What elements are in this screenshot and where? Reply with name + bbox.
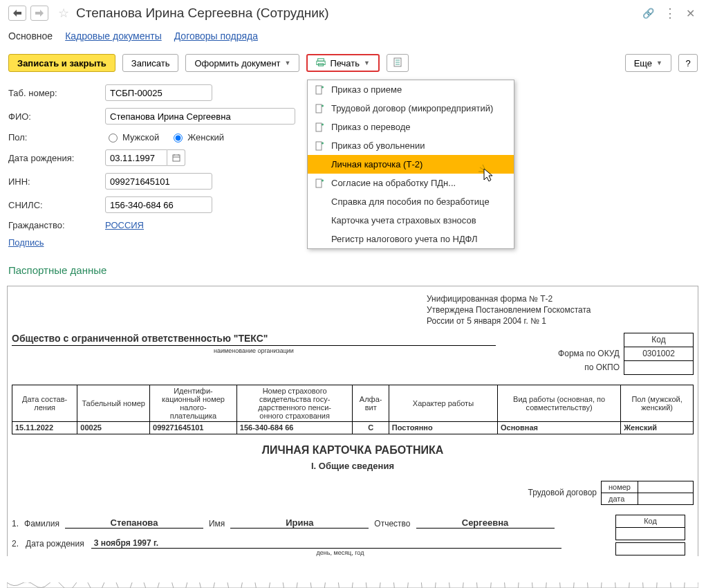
menu-item-label: Приказ о переводе: [331, 122, 411, 132]
nav-forward-button[interactable]: [30, 6, 48, 21]
info-table-header: Идентифи-кационный номер налого-плательщ…: [150, 385, 237, 421]
fio-input[interactable]: [105, 108, 295, 125]
org-name: Общество с ограниченной ответственностью…: [12, 333, 550, 344]
okud-value: 0301002: [624, 347, 694, 360]
svg-rect-17: [316, 123, 322, 131]
gender-male-radio[interactable]: Мужской: [105, 131, 159, 143]
info-table-header: Вид работы (основная, по совместительств…: [498, 385, 621, 421]
print-menu-item[interactable]: Справка для пособия по безработице: [308, 192, 514, 211]
dob-input[interactable]: [105, 149, 167, 166]
menu-item-label: Личная карточка (Т-2): [331, 159, 422, 169]
info-table-cell: 00025: [77, 421, 150, 434]
okud-label: Форма по ОКУД: [555, 347, 624, 360]
info-table-cell: 156-340-684 66: [236, 421, 353, 434]
tab-contracts[interactable]: Договоры подряда: [174, 30, 258, 42]
dob-label: Дата рождения:: [8, 153, 105, 163]
info-table-cell: Постоянно: [389, 421, 497, 434]
passport-section-header: Паспортные данные: [8, 264, 698, 276]
print-menu-item[interactable]: Карточка учета страховых взносов: [308, 211, 514, 230]
info-table-cell: Основная: [498, 421, 621, 434]
svg-rect-11: [316, 86, 322, 94]
close-icon[interactable]: ✕: [686, 7, 695, 20]
print-menu-item[interactable]: Трудовой договор (микропредприятий): [308, 99, 514, 118]
row-num: 2.: [12, 539, 19, 549]
form-header-line: России от 5 января 2004 г. № 1: [427, 315, 694, 327]
citizenship-link[interactable]: РОССИЯ: [105, 220, 144, 230]
form-header-line: Унифицированная форма № Т-2: [427, 293, 694, 304]
report-button[interactable]: [387, 54, 409, 72]
snils-input[interactable]: [105, 196, 212, 213]
svg-rect-7: [173, 155, 180, 161]
card-title: ЛИЧНАЯ КАРТОЧКА РАБОТНИКА: [12, 444, 694, 457]
print-menu-item[interactable]: Приказ о переводе: [308, 118, 514, 136]
document-plus-icon: [315, 104, 324, 113]
name-value: Ирина: [230, 517, 369, 529]
document-plus-icon: [315, 122, 324, 132]
menu-item-label: Трудовой договор (микропредприятий): [331, 103, 493, 113]
info-table-header: Дата состав-ления: [12, 385, 77, 421]
contract-num-label: номер: [602, 481, 638, 493]
info-table-cell: С: [353, 421, 389, 434]
nav-back-button[interactable]: [8, 6, 26, 21]
svg-rect-20: [316, 142, 322, 150]
kod-cell: [616, 542, 685, 555]
info-table-header: Табельный номер: [77, 385, 150, 421]
inn-input[interactable]: [105, 173, 212, 190]
info-table-header: Алфа-вит: [353, 385, 389, 421]
dob-doc-value: 3 ноября 1997 г.: [91, 538, 561, 549]
menu-item-label: Справка для пособия по безработице: [331, 196, 490, 207]
patr-value: Сергеевна: [416, 517, 555, 529]
menu-item-label: Карточка учета страховых взносов: [331, 215, 476, 226]
print-menu-item[interactable]: Приказ об увольнении: [308, 136, 514, 155]
patr-label: Отчество: [374, 519, 410, 529]
kebab-menu-icon[interactable]: ⋮: [664, 6, 676, 21]
svg-rect-0: [318, 58, 324, 61]
info-table-cell: Женский: [621, 421, 694, 434]
print-button[interactable]: Печать ▼: [306, 54, 380, 72]
print-menu-item[interactable]: Регистр налогового учета по НДФЛ: [308, 230, 514, 248]
chevron-down-icon: ▼: [364, 59, 370, 66]
favorite-star-icon[interactable]: ☆: [58, 6, 69, 21]
help-button[interactable]: ?: [678, 54, 698, 72]
inn-label: ИНН:: [8, 176, 105, 187]
menu-item-label: Приказ о приеме: [331, 84, 402, 95]
card-subtitle: I. Общие сведения: [12, 461, 694, 471]
fam-value: Степанова: [65, 517, 203, 529]
kod-header: Код: [616, 515, 685, 527]
create-document-button[interactable]: Оформить документ ▼: [185, 54, 299, 72]
org-sublabel: наименование организации: [12, 347, 496, 354]
menu-item-label: Регистр налогового учета по НДФЛ: [331, 234, 477, 244]
document-plus-icon: [315, 178, 324, 188]
contract-date-value: [638, 493, 694, 504]
form-header-line: Утверждена Постановлением Госкомстата: [427, 304, 694, 315]
snils-label: СНИЛС:: [8, 200, 105, 210]
t2-document: Унифицированная форма № Т-2 Утверждена П…: [7, 286, 698, 556]
gender-label: Пол:: [8, 132, 105, 143]
gender-female-radio[interactable]: Женский: [170, 131, 224, 143]
dob-doc-label: Дата рождения: [26, 539, 84, 549]
print-menu-item[interactable]: Приказ о приеме: [308, 80, 514, 99]
row-num: 1.: [12, 519, 19, 529]
tab-hr-documents[interactable]: Кадровые документы: [65, 30, 162, 42]
document-icon: [393, 57, 402, 69]
contract-label: Трудовой договор: [528, 488, 597, 497]
save-and-close-button[interactable]: Записать и закрыть: [8, 54, 115, 72]
signature-link[interactable]: Подпись: [8, 237, 44, 248]
tab-main[interactable]: Основное: [8, 30, 53, 42]
link-icon[interactable]: 🔗: [642, 8, 654, 19]
info-table-header: Характер работы: [389, 385, 497, 421]
chevron-down-icon: ▼: [656, 59, 662, 66]
info-table-header: Номер страхового свидетельства госу-дарс…: [236, 385, 353, 421]
save-button[interactable]: Записать: [122, 54, 179, 72]
info-table-cell: 099271645101: [150, 421, 237, 434]
svg-line-26: [480, 167, 484, 170]
menu-item-label: Приказ об увольнении: [331, 140, 425, 151]
okpo-value: [624, 360, 694, 374]
more-button[interactable]: Еще ▼: [625, 54, 671, 72]
tabno-input[interactable]: [105, 84, 212, 101]
chevron-down-icon: ▼: [285, 59, 291, 66]
citizenship-label: Гражданство:: [8, 220, 105, 230]
dob-sublabel: день, месяц, год: [105, 549, 575, 556]
calendar-icon[interactable]: [167, 149, 185, 166]
svg-rect-23: [316, 179, 322, 187]
